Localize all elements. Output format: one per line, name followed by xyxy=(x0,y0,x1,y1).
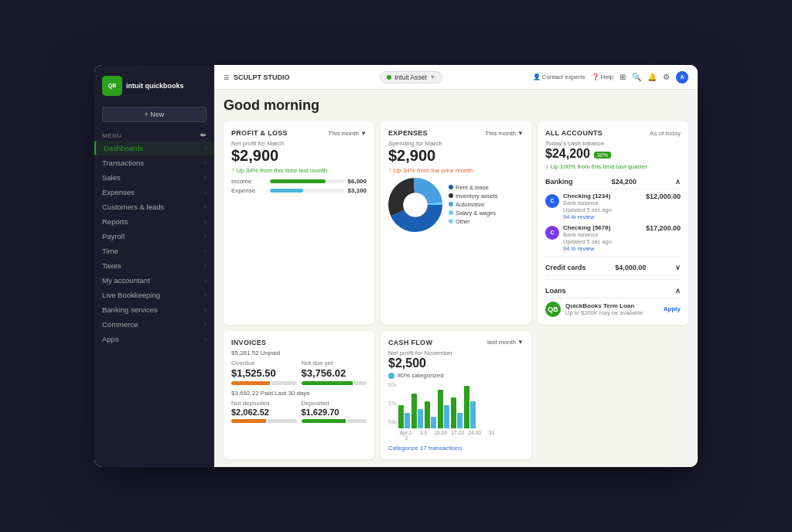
help-button[interactable]: ❓ Help xyxy=(592,73,613,80)
deposited-col: Deposited $1,629.70 xyxy=(302,400,367,423)
cash-flow-card: CASH FLOW last month ▼ Net profit for No… xyxy=(381,331,531,460)
sidebar-item-customers---leads[interactable]: Customers & leads› xyxy=(94,200,214,214)
cf-bar-group xyxy=(398,405,410,428)
gear-icon[interactable]: ⚙ xyxy=(663,73,670,81)
profit-loss-trend: ↑ Up 34% from this time last month xyxy=(231,166,367,174)
profit-loss-card: PROFIT & LOSS This month ▼ Net profit fo… xyxy=(224,121,374,325)
legend-item: Automotive xyxy=(449,201,498,208)
cash-flow-header: CASH FLOW last month ▼ xyxy=(388,339,524,346)
dashboard-cards: PROFIT & LOSS This month ▼ Net profit fo… xyxy=(224,121,688,459)
page-content: Good morning PROFIT & LOSS This month ▼ … xyxy=(214,90,698,467)
sidebar-item-commerce[interactable]: Commerce› xyxy=(94,317,214,332)
sidebar-item-apps[interactable]: Apps› xyxy=(94,332,214,346)
bell-icon[interactable]: 🔔 xyxy=(647,73,657,81)
all-accounts-header: ALL ACCOUNTS As of today xyxy=(545,129,681,137)
app-name: intuit quickbooks xyxy=(126,82,184,90)
sidebar-item-my-accountant[interactable]: My accountant› xyxy=(94,273,214,288)
main-area: ≡ SCULPT STUDIO Intuit Asset ▼ 👤 Contact… xyxy=(214,65,698,467)
overdue-col: Overdue $1,525.50 xyxy=(231,360,297,385)
expenses-title: EXPENSES xyxy=(388,129,428,137)
status-dot xyxy=(387,75,391,80)
avatar[interactable]: A xyxy=(676,71,688,84)
not-due-col: Not due yet $3,756.02 xyxy=(302,360,367,385)
banking-amount: $24,200 xyxy=(611,178,637,186)
cf-bar-group xyxy=(411,394,423,428)
sidebar-item-time[interactable]: Time› xyxy=(94,244,214,258)
legend-item: Salary & wages xyxy=(449,210,498,217)
expenses-legend: Rent & leaseInventory assetsAutomotiveSa… xyxy=(449,184,498,227)
apply-button[interactable]: Apply xyxy=(664,305,681,312)
loans-section: Loans ∧ QB QuickBooks Term Loan Up to $2… xyxy=(545,279,681,317)
contact-experts-button[interactable]: 👤 Contact experts xyxy=(533,73,585,80)
all-accounts-trend: ↑ Up 100% from this time last quarter xyxy=(545,163,681,171)
topbar: ≡ SCULPT STUDIO Intuit Asset ▼ 👤 Contact… xyxy=(214,65,698,90)
not-deposited-col: Not deposited $2,062.52 xyxy=(231,400,297,423)
cf-bar-group xyxy=(438,390,449,428)
balance-pct: 30% xyxy=(594,152,611,159)
cf-bar-group xyxy=(425,401,436,428)
sidebar-item-payroll[interactable]: Payroll› xyxy=(94,229,214,244)
cash-flow-period[interactable]: last month ▼ xyxy=(487,339,524,346)
cashflow-bars xyxy=(398,386,524,428)
invoices-paid: $3,692.22 Paid Last 30 days xyxy=(231,390,367,397)
legend-item: Inventory assets xyxy=(449,193,498,200)
invoices-header: INVOICES xyxy=(231,339,367,346)
sidebar-logo: QB intuit quickbooks xyxy=(94,71,214,104)
invoices-title: INVOICES xyxy=(231,339,266,346)
topbar-right: 👤 Contact experts ❓ Help ⊞ 🔍 🔔 ⚙ A xyxy=(533,71,688,84)
all-accounts-asof: As of today xyxy=(650,130,681,137)
profit-loss-subtitle: Net profit for March xyxy=(231,140,367,147)
expenses-donut: Rent & leaseInventory assetsAutomotiveSa… xyxy=(388,178,524,232)
sidebar-item-sales[interactable]: Sales› xyxy=(94,170,214,185)
new-button[interactable]: + New xyxy=(102,107,207,122)
expenses-amount: $2,900 xyxy=(388,147,524,164)
page-title: SCULPT STUDIO xyxy=(234,73,290,81)
expenses-period[interactable]: This month ▼ xyxy=(485,130,524,137)
credit-section: Credit cards $4,000.00 ∨ xyxy=(545,256,681,275)
sidebar-item-expenses[interactable]: Expenses› xyxy=(94,185,214,200)
cash-flow-subtitle: Net profit for November xyxy=(388,350,524,356)
intuit-asset-selector[interactable]: Intuit Asset ▼ xyxy=(380,71,442,84)
sidebar-item-transactions[interactable]: Transactions› xyxy=(94,155,214,170)
cash-flow-title: CASH FLOW xyxy=(388,339,432,346)
expenses-trend: ↑ Up 34% from the prior month xyxy=(388,166,524,174)
all-accounts-balance: $24,200 xyxy=(545,147,590,161)
balance-label: Today's cash balance xyxy=(545,140,681,147)
menu-label: MENU ✏ xyxy=(94,128,214,141)
account-item: C Checking (5678) Bank balance Updated 5… xyxy=(545,224,681,252)
invoices-grid: Overdue $1,525.50 Not due yet $3,756.02 xyxy=(231,360,367,385)
invoices-unpaid: $5,281.52 Unpaid xyxy=(231,350,367,356)
grid-icon[interactable]: ⊞ xyxy=(620,73,626,81)
sidebar-item-dashboards[interactable]: Dashboards› xyxy=(94,141,214,155)
legend-item: Rent & lease xyxy=(449,184,498,191)
menu-icon[interactable]: ≡ xyxy=(224,72,229,83)
profit-loss-period[interactable]: This month ▼ xyxy=(328,130,367,137)
banking-header: Banking $24,200 ∧ xyxy=(545,175,681,189)
sidebar-item-live-bookkeeping[interactable]: Live Bookkeeping› xyxy=(94,288,214,302)
cash-flow-chart: 60k 57k 54k Apr 1-23-910-1617-2324-3031 xyxy=(388,382,524,441)
profit-loss-title: PROFIT & LOSS xyxy=(231,129,288,137)
invoices-card: INVOICES $5,281.52 Unpaid Overdue $1,525… xyxy=(224,331,374,460)
quickbooks-logo-icon: QB xyxy=(102,76,122,96)
expense-bar-row: Expense $3,100 xyxy=(231,187,367,194)
y-axis: 60k 57k 54k xyxy=(388,382,396,425)
legend-item: Other xyxy=(449,218,498,225)
expenses-subtitle: Spending for March xyxy=(388,140,524,147)
cf-bar-group xyxy=(464,386,476,428)
all-accounts-title: ALL ACCOUNTS xyxy=(545,129,603,137)
profit-loss-header: PROFIT & LOSS This month ▼ xyxy=(231,129,367,137)
all-accounts-card: ALL ACCOUNTS As of today Today's cash ba… xyxy=(538,121,688,325)
topbar-left: ≡ SCULPT STUDIO xyxy=(224,72,290,83)
sidebar-item-banking-services[interactable]: Banking services› xyxy=(94,302,214,317)
categorize-link[interactable]: Categorize 17 transactions xyxy=(388,445,524,452)
cf-bar-group xyxy=(451,397,463,428)
qb-loan-icon: QB xyxy=(545,302,561,317)
sidebar-item-taxes[interactable]: Taxes› xyxy=(94,258,214,273)
income-bar-row: Income $6,000 xyxy=(231,178,367,185)
sidebar-item-reports[interactable]: Reports› xyxy=(94,214,214,229)
expenses-header: EXPENSES This month ▼ xyxy=(388,129,524,137)
svg-point-5 xyxy=(403,193,427,217)
search-icon[interactable]: 🔍 xyxy=(632,73,641,81)
sidebar: QB intuit quickbooks + New MENU ✏ Dashbo… xyxy=(94,65,214,467)
account-item: C Checking (1234) Bank balance Updated 5… xyxy=(545,193,681,220)
